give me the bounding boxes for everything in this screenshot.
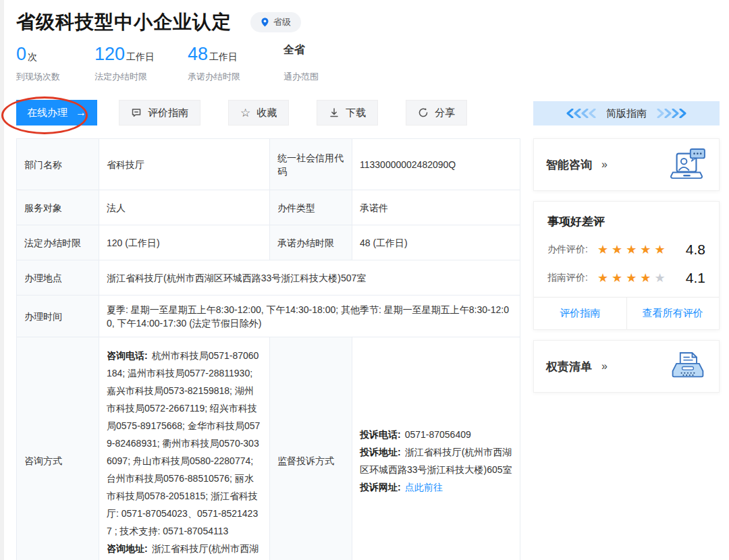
online-apply-label: 在线办理 bbox=[27, 107, 68, 119]
stat-label: 承诺办结时限 bbox=[188, 71, 284, 83]
header: 省级科技型中小企业认定 省级 bbox=[16, 9, 301, 35]
cell-value: 承诺件 bbox=[352, 190, 520, 225]
level-badge: 省级 bbox=[250, 12, 301, 32]
chevrons-right-icon bbox=[655, 109, 686, 118]
cell-value: 120 (工作日) bbox=[99, 225, 270, 260]
rating-row-guide: 指南评价: ★ ★ ★ ★ ★ 4.1 bbox=[547, 270, 705, 286]
complaint-info-cell: 投诉电话:0571-87056409 投诉地址:浙江省科技厅(杭州市西湖区环城西… bbox=[352, 337, 520, 560]
stat-coverage: 全省 通办范围 bbox=[284, 43, 358, 83]
download-label: 下载 bbox=[346, 107, 366, 119]
consult-addr-label: 咨询地址: bbox=[107, 543, 148, 554]
view-all-ratings-link[interactable]: 查看所有评价 bbox=[627, 298, 720, 329]
double-arrow-icon: » bbox=[601, 360, 608, 372]
stat-unit: 工作日 bbox=[209, 51, 238, 63]
comment-bubble-icon bbox=[131, 107, 142, 118]
stat-label: 到现场次数 bbox=[16, 71, 94, 83]
star-outline-icon: ☆ bbox=[240, 107, 250, 119]
arrow-right-icon: → bbox=[76, 107, 86, 119]
typewriter-icon bbox=[669, 351, 707, 383]
table-row: 办理地点 浙江省科技厅(杭州市西湖区环城西路33号浙江科技大楼)507室 bbox=[17, 260, 520, 296]
star-empty-icon: ★ bbox=[654, 272, 665, 284]
share-button[interactable]: 分享 bbox=[406, 100, 467, 125]
favorite-label: 收藏 bbox=[256, 107, 277, 119]
table-row: 法定办结时限 120 (工作日) 承诺办结时限 48 (工作日) bbox=[17, 225, 520, 260]
stat-unit: 工作日 bbox=[126, 51, 155, 63]
rating-score: 4.1 bbox=[686, 270, 705, 286]
stat-legal-deadline: 120工作日 法定办结时限 bbox=[94, 43, 188, 83]
smart-consult-label: 智能咨询 bbox=[546, 157, 592, 173]
sidebar: 简版指南 智能咨询 » 事项好差评 办件评价: bbox=[533, 101, 720, 393]
stat-promised-deadline: 48工作日 承诺办结时限 bbox=[188, 43, 284, 83]
stat-value: 120 bbox=[94, 43, 125, 65]
page-edge bbox=[0, 0, 4, 560]
review-guide-button[interactable]: 评价指南 bbox=[119, 100, 200, 125]
table-row: 服务对象 法人 办件类型 承诺件 bbox=[17, 190, 520, 225]
consult-phone-text: 杭州市科技局0571-87060184; 温州市科技局0577-28811930… bbox=[107, 350, 260, 536]
cell-label: 部门名称 bbox=[17, 139, 99, 190]
complaint-web-link[interactable]: 点此前往 bbox=[405, 482, 443, 493]
duty-list-card[interactable]: 权责清单 » bbox=[533, 340, 720, 393]
cell-label: 咨询方式 bbox=[17, 337, 99, 560]
simple-guide-banner[interactable]: 简版指南 bbox=[533, 101, 720, 125]
complaint-phone-label: 投诉电话: bbox=[360, 429, 401, 440]
stat-unit: 次 bbox=[28, 51, 37, 63]
cell-label: 服务对象 bbox=[17, 190, 99, 225]
cell-value: 法人 bbox=[99, 190, 270, 225]
simple-guide-label: 简版指南 bbox=[606, 107, 647, 120]
level-badge-label: 省级 bbox=[273, 16, 291, 28]
cell-value: 11330000002482090Q bbox=[352, 139, 520, 190]
stat-value: 0 bbox=[16, 43, 26, 65]
stat-value: 48 bbox=[188, 43, 208, 65]
stat-onsite-visits: 0次 到现场次数 bbox=[16, 43, 94, 83]
star-icon: ★ bbox=[626, 272, 637, 284]
stat-label: 通办范围 bbox=[284, 71, 358, 83]
cell-value: 省科技厅 bbox=[99, 139, 270, 190]
service-info-table: 部门名称 省科技厅 统一社会信用代码 11330000002482090Q 服务… bbox=[16, 138, 520, 560]
favorite-button[interactable]: ☆ 收藏 bbox=[228, 100, 289, 125]
duty-list-label: 权责清单 bbox=[546, 359, 592, 374]
consult-phone-label: 咨询电话: bbox=[107, 350, 148, 361]
cell-value: 浙江省科技厅(杭州市西湖区环城西路33号浙江科技大楼)507室 bbox=[99, 260, 520, 296]
star-rating: ★ ★ ★ ★ ★ bbox=[597, 272, 666, 284]
rating-score: 4.8 bbox=[686, 242, 705, 258]
star-icon: ★ bbox=[654, 244, 665, 256]
star-icon: ★ bbox=[612, 272, 622, 284]
complaint-phone-text: 0571-87056409 bbox=[405, 429, 471, 440]
rating-card: 事项好差评 办件评价: ★ ★ ★ ★ ★ 4.8 指南评价: ★ ★ ★ ★ … bbox=[533, 201, 720, 330]
review-guide-label: 评价指南 bbox=[148, 107, 188, 119]
star-icon: ★ bbox=[597, 272, 608, 284]
cell-label: 法定办结时限 bbox=[17, 225, 99, 260]
cell-value: 夏季: 星期一至星期五上午8:30-12:00, 下午14:30-18:00; … bbox=[99, 296, 520, 337]
cell-label: 办理地点 bbox=[17, 260, 99, 296]
share-refresh-icon bbox=[418, 107, 429, 118]
complaint-addr-label: 投诉地址: bbox=[360, 447, 401, 457]
table-row: 办理时间 夏季: 星期一至星期五上午8:30-12:00, 下午14:30-18… bbox=[17, 296, 520, 337]
rating-footer: 评价指南 查看所有评价 bbox=[534, 297, 719, 329]
star-icon: ★ bbox=[597, 244, 608, 256]
smart-consult-card[interactable]: 智能咨询 » bbox=[533, 138, 720, 191]
download-icon bbox=[329, 107, 340, 118]
rating-row-handling: 办件评价: ★ ★ ★ ★ ★ 4.8 bbox=[547, 242, 705, 258]
download-button[interactable]: 下载 bbox=[317, 100, 378, 125]
cell-label: 承诺办结时限 bbox=[270, 225, 352, 260]
laptop-chat-icon bbox=[668, 148, 707, 181]
cell-label: 监督投诉方式 bbox=[270, 337, 352, 560]
online-apply-button[interactable]: 在线办理 → bbox=[16, 100, 97, 125]
cell-label: 办件类型 bbox=[270, 190, 352, 225]
cell-value: 48 (工作日) bbox=[352, 225, 520, 260]
double-arrow-icon: » bbox=[601, 159, 608, 171]
rating-guide-link[interactable]: 评价指南 bbox=[534, 298, 627, 329]
complaint-web-label: 投诉网址: bbox=[360, 482, 401, 493]
page-title: 省级科技型中小企业认定 bbox=[16, 9, 232, 35]
cell-label: 统一社会信用代码 bbox=[270, 139, 352, 190]
rating-card-title: 事项好差评 bbox=[547, 214, 705, 229]
star-icon: ★ bbox=[640, 244, 651, 256]
consult-info-cell: 咨询电话:杭州市科技局0571-87060184; 温州市科技局0577-288… bbox=[99, 337, 270, 560]
star-icon: ★ bbox=[626, 244, 637, 256]
stats-row: 0次 到现场次数 120工作日 法定办结时限 48工作日 承诺办结时限 全省 通… bbox=[16, 43, 358, 83]
table-row: 咨询方式 咨询电话:杭州市科技局0571-87060184; 温州市科技局057… bbox=[17, 337, 520, 560]
location-pin-icon bbox=[261, 17, 269, 28]
star-icon: ★ bbox=[640, 272, 651, 284]
chevrons-left-icon bbox=[566, 109, 597, 118]
star-rating: ★ ★ ★ ★ ★ bbox=[597, 244, 666, 256]
